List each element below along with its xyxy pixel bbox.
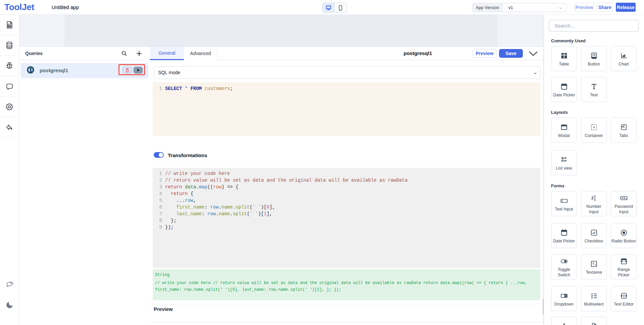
svg-text:OK: OK — [592, 54, 596, 56]
svg-text:2: 2 — [591, 196, 594, 200]
svg-text:T: T — [623, 294, 625, 298]
svg-text:T: T — [592, 262, 594, 265]
